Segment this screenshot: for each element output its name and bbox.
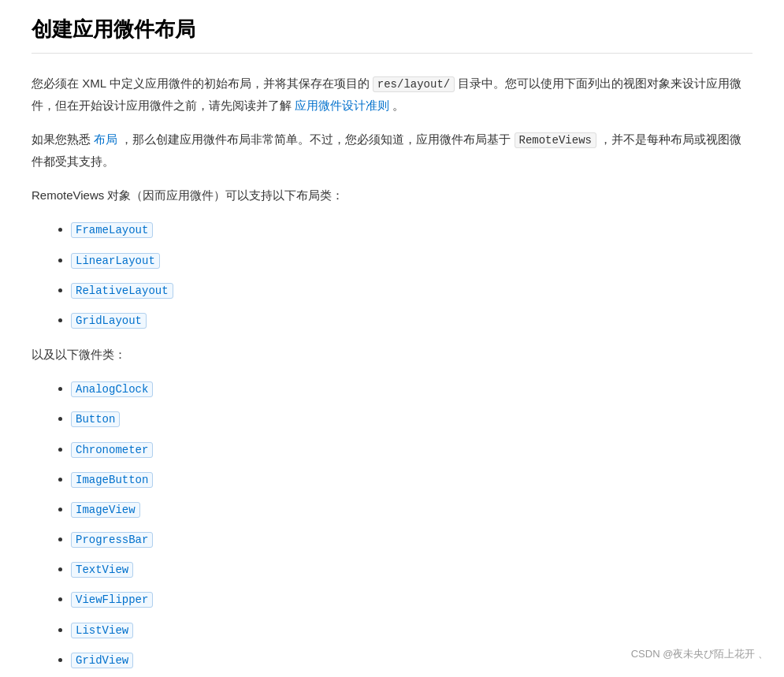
paragraph-3: RemoteViews 对象（因而应用微件）可以支持以下布局类： (32, 184, 752, 206)
widget-class-link[interactable]: GridView (71, 653, 133, 668)
layout-class-link[interactable]: RelativeLayout (71, 283, 173, 299)
list-item: FrameLayout (71, 218, 752, 240)
list-item: GridLayout (71, 309, 752, 331)
page-title: 创建应用微件布局 (32, 16, 752, 54)
widget-class-link[interactable]: TextView (71, 562, 133, 578)
widget-class-link[interactable]: ProgressBar (71, 532, 153, 548)
list-item: Chronometer (71, 438, 752, 460)
list-item: ViewFlipper (71, 588, 752, 610)
list-item: LinearLayout (71, 249, 752, 271)
widget-class-link[interactable]: Chronometer (71, 442, 153, 458)
para1-text-before: 您必须在 XML 中定义应用微件的初始布局，并将其保存在项目的 (32, 76, 370, 90)
para1-text-end: 。 (392, 99, 404, 112)
layout-link[interactable]: 布局 (94, 132, 117, 146)
paragraph-4: 以及以下微件类： (32, 344, 752, 365)
para2-text-before: 如果您熟悉 (32, 132, 91, 146)
watermark: CSDN @夜未央び陌上花开 、 (631, 647, 768, 661)
widget-class-link[interactable]: ImageView (71, 502, 140, 518)
para2-code: RemoteViews (515, 132, 596, 148)
layout-class-link[interactable]: GridLayout (71, 313, 147, 329)
layout-class-link[interactable]: FrameLayout (71, 222, 153, 238)
list-item: ImageView (71, 498, 752, 520)
list-item: RelativeLayout (71, 279, 752, 301)
layout-class-link[interactable]: LinearLayout (71, 253, 160, 269)
widget-class-link[interactable]: AnalogClock (71, 381, 153, 397)
list-item: Button (71, 407, 752, 430)
widget-class-link[interactable]: Button (71, 411, 120, 427)
widget-classes-list: AnalogClockButtonChronometerImageButtonI… (32, 378, 752, 677)
para1-code: res/layout/ (373, 76, 455, 92)
layout-classes-list: FrameLayoutLinearLayoutRelativeLayoutGri… (32, 218, 752, 331)
list-item: AnalogClock (71, 378, 752, 400)
widget-class-link[interactable]: ListView (71, 623, 133, 638)
widget-class-link[interactable]: ImageButton (71, 472, 153, 488)
list-item: ListView (71, 619, 752, 641)
paragraph-1: 您必须在 XML 中定义应用微件的初始布局，并将其保存在项目的 res/layo… (32, 73, 752, 116)
widget-class-link[interactable]: ViewFlipper (71, 592, 153, 608)
list-item: ImageButton (71, 468, 752, 490)
list-item: ProgressBar (71, 528, 752, 550)
paragraph-2: 如果您熟悉 布局 ，那么创建应用微件布局非常简单。不过，您必须知道，应用微件布局… (32, 128, 752, 172)
para2-text-after: ，那么创建应用微件布局非常简单。不过，您必须知道，应用微件布局基于 (121, 132, 511, 146)
list-item: TextView (71, 558, 752, 580)
design-guidelines-link[interactable]: 应用微件设计准则 (295, 99, 389, 112)
